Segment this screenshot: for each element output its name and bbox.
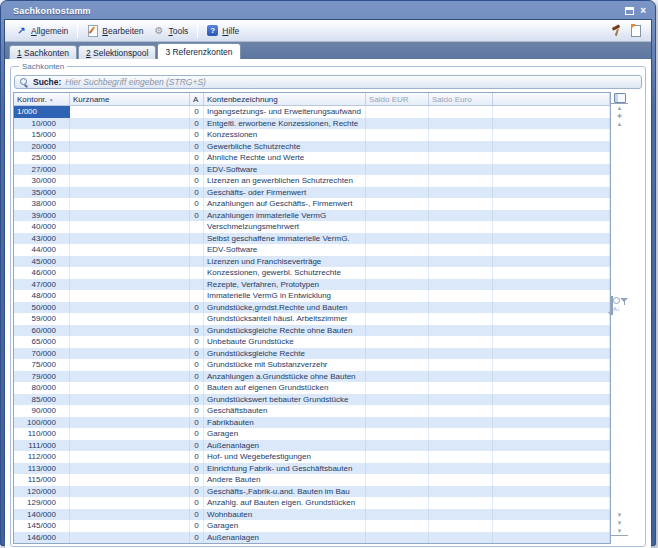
table-row[interactable]: 70/0000Grundstücksgleiche Rechte	[14, 348, 610, 360]
cell-kontonr[interactable]: 75/000	[14, 359, 70, 371]
cell-kontonr[interactable]: 35/000	[14, 187, 70, 199]
table-row[interactable]: 146/0000Außenanlagen	[14, 532, 610, 544]
table-row[interactable]: 79/0000Anzahlungen a.Grundstücke ohne Ba…	[14, 371, 610, 383]
hammer-icon[interactable]	[610, 25, 622, 37]
cell-kontonr[interactable]: 115/000	[14, 474, 70, 486]
cell-kontonr[interactable]: 145/000	[14, 520, 70, 532]
cell-kontonr[interactable]: 140/000	[14, 509, 70, 521]
table-row[interactable]: 45/000Lizenzen und Franchiseverträge	[14, 256, 610, 268]
table-row[interactable]: 112/0000Hof- und Wegebefestigungen	[14, 451, 610, 463]
table-row[interactable]: 44/000EDV-Software	[14, 244, 610, 256]
table-row[interactable]: 10/0000Entgeltl. erworbene Konzessionen,…	[14, 118, 610, 130]
cell-kontonr[interactable]: 59/000	[14, 313, 70, 325]
table-row[interactable]: 43/000Selbst geschaffene immaterielle Ve…	[14, 233, 610, 245]
cell-kontonr[interactable]: 129/000	[14, 497, 70, 509]
cell-kontonr[interactable]: 38/000	[14, 198, 70, 210]
cell-kontonr[interactable]: 111/000	[14, 440, 70, 452]
table-row[interactable]: 85/0000Grundstückswert bebauter Grundstü…	[14, 394, 610, 406]
hilfe-button[interactable]: Hilfe	[202, 23, 244, 38]
table-row[interactable]: 90/0000Geschäftsbauten	[14, 405, 610, 417]
table-row[interactable]: 48/000Immaterielle VermG in Entwicklung	[14, 290, 610, 302]
cell-kontonr[interactable]: 110/000	[14, 428, 70, 440]
table-row[interactable]: 120/0000Geschäfts-,Fabrik-u.and. Bauten …	[14, 486, 610, 498]
cell-kontonr[interactable]: 40/000	[14, 221, 70, 233]
column-chooser-icon[interactable]	[614, 93, 626, 103]
cell-kontonr[interactable]: 46/000	[14, 267, 70, 279]
table-row[interactable]: 113/0000Einrichtung Fabrik- und Geschäft…	[14, 463, 610, 475]
cell-kontonr[interactable]: 113/000	[14, 463, 70, 475]
tools-button[interactable]: Tools	[148, 23, 193, 38]
tab-referenzkonten[interactable]: 3 Referenzkonten	[157, 43, 240, 59]
table-row[interactable]: 60/0000Grundstücksgleiche Rechte ohne Ba…	[14, 325, 610, 337]
cell-kontonr[interactable]: 44/000	[14, 244, 70, 256]
cell-kontonr[interactable]: 79/000	[14, 371, 70, 383]
cell-kontonr[interactable]: 112/000	[14, 451, 70, 463]
table-row[interactable]: 115/0000Andere Bauten	[14, 474, 610, 486]
column-header-kontenbezeichnung[interactable]: Kontenbezeichnung	[204, 93, 366, 105]
cell-kontonr[interactable]: 50/000	[14, 302, 70, 314]
table-row[interactable]: 59/000Grundstücksanteil häusl. Arbeitszi…	[14, 313, 610, 325]
cell-kontonr[interactable]: 43/000	[14, 233, 70, 245]
table-row[interactable]: 15/0000Konzessionen	[14, 129, 610, 141]
scroll-down-icon[interactable]: ▼	[611, 511, 628, 519]
table-row[interactable]: 100/0000Fabrikbauten	[14, 417, 610, 429]
column-header-saldo-eur[interactable]: Saldo EUR	[366, 93, 429, 105]
cell-kontonr[interactable]: 120/000	[14, 486, 70, 498]
cell-kontonr[interactable]: 70/000	[14, 348, 70, 360]
allgemein-button[interactable]: Allgemein	[11, 23, 73, 38]
column-header-kontonr-[interactable]: Kontonr.▼	[14, 93, 70, 105]
cell-kontonr[interactable]: 90/000	[14, 405, 70, 417]
new-document-icon[interactable]	[631, 25, 641, 37]
cell-kontonr[interactable]: 100/000	[14, 417, 70, 429]
column-header-a[interactable]: A	[190, 93, 204, 105]
cell-kontonr[interactable]: 60/000	[14, 325, 70, 337]
cell-kontonr[interactable]: 39/000	[14, 210, 70, 222]
cell-kontonr[interactable]: 146/000	[14, 532, 70, 544]
cell-kontonr[interactable]: 65/000	[14, 336, 70, 348]
tab-selektionspool[interactable]: 2 Selektionspool	[78, 45, 156, 59]
table-row[interactable]: 129/0000Anzahlg. auf Bauten eigen. Grund…	[14, 497, 610, 509]
cell-kontonr[interactable]: 27/000	[14, 164, 70, 176]
table-row[interactable]: 50/0000Grundstücke,grndst.Rechte und Bau…	[14, 302, 610, 314]
cell-kontonr[interactable]: 1/000	[14, 106, 70, 118]
bearbeiten-button[interactable]: Bearbeiten	[82, 23, 148, 38]
table-row[interactable]: 47/000Rezepte, Verfahren, Prototypen	[14, 279, 610, 291]
scroll-top-icon[interactable]: ▲	[611, 103, 628, 112]
table-row[interactable]: 27/0000EDV-Software	[14, 164, 610, 176]
title-bar[interactable]: Sachkontostamm ×	[4, 3, 652, 19]
cell-kontonr[interactable]: 15/000	[14, 129, 70, 141]
cell-kontonr[interactable]: 45/000	[14, 256, 70, 268]
cell-kontonr[interactable]: 25/000	[14, 152, 70, 164]
cell-kontonr[interactable]: 85/000	[14, 394, 70, 406]
table-row[interactable]: 65/0000Unbebaute Grundstücke	[14, 336, 610, 348]
column-header-saldo-euro[interactable]: Saldo Euro	[429, 93, 493, 105]
table-row[interactable]: 25/0000Ähnliche Rechte und Werte	[14, 152, 610, 164]
table-row[interactable]: 30/0000Lizenzen an gewerblichen Schutzre…	[14, 175, 610, 187]
search-input[interactable]: Suche: Hier Suchbegriff eingeben (STRG+S…	[14, 75, 642, 89]
scroll-up-icon[interactable]: ✚	[611, 112, 628, 120]
scroll-up-page-icon[interactable]: ▲	[611, 120, 628, 128]
cell-kontonr[interactable]: 10/000	[14, 118, 70, 130]
table-row[interactable]: 35/0000Geschäfts- oder Firmenwert	[14, 187, 610, 199]
cell-kontonr[interactable]: 48/000	[14, 290, 70, 302]
restore-icon[interactable]	[625, 7, 634, 15]
scroll-down-page-icon[interactable]: ▼	[611, 519, 628, 527]
table-row[interactable]: 1/0000Ingangsetzungs- und Erweiterungsau…	[14, 106, 610, 118]
table-row[interactable]: 80/0000Bauten auf eigenen Grundstücken	[14, 382, 610, 394]
table-row[interactable]: 46/000Konzessionen, gewerbl. Schutzrecht…	[14, 267, 610, 279]
table-row[interactable]: 38/0000Anzahlungen auf Geschäfts-, Firme…	[14, 198, 610, 210]
table-row[interactable]: 145/0000Garagen	[14, 520, 610, 532]
tab-sachkonten[interactable]: 1 Sachkonten	[9, 45, 77, 59]
cell-kontonr[interactable]: 30/000	[14, 175, 70, 187]
table-row[interactable]: 75/0000Grundstücke mit Substanzverzehr	[14, 359, 610, 371]
table-row[interactable]: 39/0000Anzahlungen immaterielle VermG	[14, 210, 610, 222]
table-row[interactable]: 40/000Verschmelzungsmehrwert	[14, 221, 610, 233]
cell-kontonr[interactable]: 47/000	[14, 279, 70, 291]
cell-kontonr[interactable]: 20/000	[14, 141, 70, 153]
scroll-bottom-icon[interactable]: ▼	[611, 527, 628, 536]
table-row[interactable]: 140/0000Wohnbauten	[14, 509, 610, 521]
cell-kontonr[interactable]: 80/000	[14, 382, 70, 394]
close-icon[interactable]: ×	[640, 7, 646, 15]
table-row[interactable]: 20/0000Gewerbliche Schutzrechte	[14, 141, 610, 153]
column-header-extra[interactable]	[493, 93, 610, 105]
